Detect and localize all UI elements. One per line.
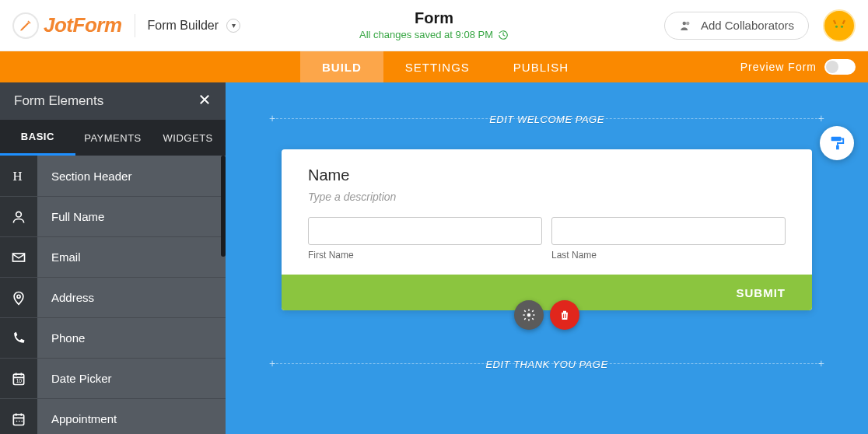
- svg-point-0: [682, 21, 686, 25]
- edit-thankyou-hint[interactable]: EDIT THANK YOU PAGE: [485, 359, 607, 370]
- svg-point-2: [829, 16, 849, 36]
- user-avatar[interactable]: [823, 9, 856, 42]
- svg-rect-17: [836, 145, 839, 150]
- chevron-down-icon[interactable]: ▾: [226, 19, 240, 33]
- heading-icon: H: [0, 156, 37, 196]
- element-email[interactable]: Email: [0, 236, 226, 277]
- sidebar-tab-widgets[interactable]: WIDGETS: [150, 120, 226, 156]
- form-title[interactable]: Form: [359, 9, 509, 27]
- sidebar-tab-payments[interactable]: PAYMENTS: [75, 120, 151, 156]
- first-name-input[interactable]: [308, 217, 542, 245]
- paint-roller-icon: [828, 135, 845, 152]
- field-delete-button[interactable]: [550, 300, 579, 330]
- svg-point-15: [527, 313, 531, 317]
- sidebar-header: Form Elements: [0, 82, 226, 120]
- sidebar-tabs: BASIC PAYMENTS WIDGETS: [0, 120, 226, 156]
- brand-logo[interactable]: JotForm: [12, 12, 122, 39]
- element-phone[interactable]: Phone: [0, 317, 226, 358]
- preview-label: Preview Form: [740, 61, 817, 73]
- sidebar: Form Elements BASIC PAYMENTS WIDGETS H S…: [0, 82, 226, 434]
- user-icon: [0, 197, 37, 236]
- tab-publish[interactable]: PUBLISH: [492, 51, 590, 82]
- cat-avatar-icon: [828, 15, 850, 37]
- tab-settings[interactable]: SETTINGS: [383, 51, 492, 82]
- workspace: Form Elements BASIC PAYMENTS WIDGETS H S…: [0, 82, 868, 434]
- element-address[interactable]: Address: [0, 277, 226, 317]
- last-name-input[interactable]: [551, 217, 786, 245]
- history-icon[interactable]: [498, 30, 509, 40]
- svg-point-4: [841, 25, 843, 27]
- form-canvas: EDIT WELCOME PAGE Name Type a descriptio…: [226, 82, 868, 434]
- phone-icon: [0, 318, 37, 358]
- form-card[interactable]: Name Type a description First Name Last …: [282, 149, 812, 310]
- tab-build[interactable]: BUILD: [300, 51, 383, 82]
- location-icon: [0, 278, 37, 317]
- brand-name: JotForm: [44, 13, 122, 37]
- divider: [135, 14, 135, 37]
- collaborators-icon: [679, 19, 693, 33]
- svg-text:H: H: [13, 169, 23, 184]
- svg-point-6: [16, 212, 22, 217]
- element-appointment[interactable]: Appointment: [0, 398, 226, 434]
- breadcrumb[interactable]: Form Builder ▾: [148, 19, 241, 33]
- submit-button[interactable]: SUBMIT: [737, 286, 786, 299]
- field-settings-button[interactable]: [514, 300, 544, 330]
- svg-rect-11: [13, 415, 23, 425]
- last-name-label: Last Name: [551, 250, 786, 261]
- svg-point-1: [686, 21, 690, 25]
- svg-point-8: [17, 295, 20, 298]
- close-icon[interactable]: [198, 93, 212, 110]
- sidebar-title: Form Elements: [14, 93, 103, 109]
- svg-point-14: [21, 420, 23, 422]
- field-title[interactable]: Name: [308, 166, 786, 184]
- preview-toggle[interactable]: [824, 59, 856, 75]
- add-collaborators-button[interactable]: Add Collaborators: [664, 12, 809, 40]
- email-icon: [0, 237, 37, 277]
- field-description[interactable]: Type a description: [308, 191, 786, 203]
- breadcrumb-label: Form Builder: [148, 19, 219, 33]
- first-name-label: First Name: [308, 250, 542, 261]
- date-icon: 10: [0, 359, 37, 398]
- calendar-icon: [0, 399, 37, 434]
- pencil-icon: [12, 12, 39, 39]
- svg-rect-16: [831, 137, 842, 142]
- svg-point-3: [835, 25, 838, 27]
- element-list: H Section Header Full Name Email Address…: [0, 156, 226, 434]
- trash-icon: [558, 309, 571, 321]
- gear-icon: [522, 308, 536, 322]
- svg-text:10: 10: [16, 378, 23, 383]
- element-section-header[interactable]: H Section Header: [0, 156, 226, 196]
- theme-roller-button[interactable]: [820, 126, 854, 160]
- sidebar-tab-basic[interactable]: BASIC: [0, 120, 75, 156]
- edit-welcome-hint[interactable]: EDIT WELCOME PAGE: [489, 114, 604, 125]
- header-center: Form All changes saved at 9:08 PM: [359, 9, 509, 40]
- svg-point-12: [16, 420, 18, 422]
- field-actions: [514, 300, 579, 330]
- main-tabs: BUILD SETTINGS PUBLISH Preview Form: [0, 51, 868, 82]
- element-full-name[interactable]: Full Name: [0, 196, 226, 236]
- svg-point-13: [19, 420, 20, 422]
- element-date-picker[interactable]: 10 Date Picker: [0, 358, 226, 398]
- save-status: All changes saved at 9:08 PM: [359, 29, 509, 40]
- app-header: JotForm Form Builder ▾ Form All changes …: [0, 0, 868, 51]
